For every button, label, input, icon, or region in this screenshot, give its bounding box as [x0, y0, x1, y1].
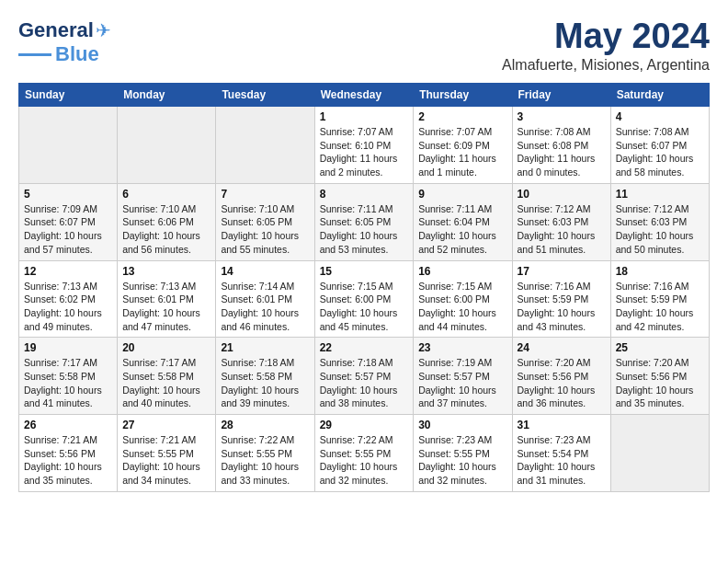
day-info: Sunrise: 7:22 AM Sunset: 5:55 PM Dayligh…	[320, 433, 409, 488]
table-row: 28Sunrise: 7:22 AM Sunset: 5:55 PM Dayli…	[216, 415, 314, 492]
table-row: 29Sunrise: 7:22 AM Sunset: 5:55 PM Dayli…	[314, 415, 414, 492]
table-row: 2Sunrise: 7:07 AM Sunset: 6:09 PM Daylig…	[414, 107, 512, 184]
day-number: 9	[418, 188, 506, 201]
day-info: Sunrise: 7:13 AM Sunset: 6:01 PM Dayligh…	[122, 280, 210, 334]
col-monday: Monday	[118, 84, 216, 107]
day-number: 8	[320, 188, 409, 201]
day-number: 1	[320, 110, 409, 123]
calendar-header-row: Sunday Monday Tuesday Wednesday Thursday…	[19, 84, 710, 107]
calendar-week-row: 1Sunrise: 7:07 AM Sunset: 6:10 PM Daylig…	[19, 107, 710, 184]
table-row: 10Sunrise: 7:12 AM Sunset: 6:03 PM Dayli…	[512, 183, 610, 260]
table-row: 3Sunrise: 7:08 AM Sunset: 6:08 PM Daylig…	[512, 107, 610, 184]
day-info: Sunrise: 7:23 AM Sunset: 5:55 PM Dayligh…	[418, 433, 506, 488]
day-number: 28	[221, 419, 309, 431]
day-info: Sunrise: 7:17 AM Sunset: 5:58 PM Dayligh…	[24, 356, 112, 410]
day-number: 14	[221, 265, 309, 278]
day-number: 30	[418, 419, 506, 431]
table-row: 30Sunrise: 7:23 AM Sunset: 5:55 PM Dayli…	[414, 415, 512, 492]
table-row: 12Sunrise: 7:13 AM Sunset: 6:02 PM Dayli…	[19, 260, 118, 338]
day-info: Sunrise: 7:20 AM Sunset: 5:56 PM Dayligh…	[518, 356, 606, 410]
table-row: 18Sunrise: 7:16 AM Sunset: 5:59 PM Dayli…	[610, 260, 709, 338]
calendar-week-row: 5Sunrise: 7:09 AM Sunset: 6:07 PM Daylig…	[19, 183, 710, 260]
day-number: 5	[24, 188, 112, 201]
logo-bird-icon: ✈	[96, 19, 111, 41]
day-number: 11	[616, 188, 704, 201]
table-row: 11Sunrise: 7:12 AM Sunset: 6:03 PM Dayli…	[610, 183, 709, 260]
day-info: Sunrise: 7:22 AM Sunset: 5:55 PM Dayligh…	[221, 433, 309, 488]
day-number: 15	[320, 265, 409, 278]
day-info: Sunrise: 7:13 AM Sunset: 6:02 PM Dayligh…	[24, 280, 112, 334]
day-info: Sunrise: 7:09 AM Sunset: 6:07 PM Dayligh…	[24, 202, 112, 257]
col-saturday: Saturday	[610, 84, 709, 107]
day-info: Sunrise: 7:18 AM Sunset: 5:58 PM Dayligh…	[221, 356, 309, 410]
day-number: 4	[616, 110, 704, 123]
col-friday: Friday	[512, 84, 610, 107]
day-number: 13	[122, 265, 210, 278]
day-number: 16	[418, 265, 506, 278]
day-number: 10	[518, 188, 606, 201]
day-number: 17	[518, 265, 606, 278]
calendar-week-row: 26Sunrise: 7:21 AM Sunset: 5:56 PM Dayli…	[19, 415, 710, 492]
day-info: Sunrise: 7:10 AM Sunset: 6:05 PM Dayligh…	[221, 202, 309, 257]
calendar-week-row: 19Sunrise: 7:17 AM Sunset: 5:58 PM Dayli…	[19, 338, 710, 415]
table-row: 27Sunrise: 7:21 AM Sunset: 5:55 PM Dayli…	[118, 415, 216, 492]
table-row: 21Sunrise: 7:18 AM Sunset: 5:58 PM Dayli…	[216, 338, 314, 415]
day-info: Sunrise: 7:14 AM Sunset: 6:01 PM Dayligh…	[221, 280, 309, 334]
day-info: Sunrise: 7:17 AM Sunset: 5:58 PM Dayligh…	[122, 356, 210, 410]
table-row: 13Sunrise: 7:13 AM Sunset: 6:01 PM Dayli…	[118, 260, 216, 338]
day-info: Sunrise: 7:19 AM Sunset: 5:57 PM Dayligh…	[418, 356, 506, 410]
day-info: Sunrise: 7:11 AM Sunset: 6:04 PM Dayligh…	[418, 202, 506, 257]
day-info: Sunrise: 7:12 AM Sunset: 6:03 PM Dayligh…	[518, 202, 606, 257]
table-row: 23Sunrise: 7:19 AM Sunset: 5:57 PM Dayli…	[414, 338, 512, 415]
day-number: 19	[24, 341, 112, 354]
table-row: 6Sunrise: 7:10 AM Sunset: 6:06 PM Daylig…	[118, 183, 216, 260]
logo-blue-text: Blue	[55, 42, 99, 66]
day-info: Sunrise: 7:16 AM Sunset: 5:59 PM Dayligh…	[518, 280, 606, 334]
table-row: 31Sunrise: 7:23 AM Sunset: 5:54 PM Dayli…	[512, 415, 610, 492]
day-info: Sunrise: 7:10 AM Sunset: 6:06 PM Dayligh…	[122, 202, 210, 257]
day-info: Sunrise: 7:07 AM Sunset: 6:10 PM Dayligh…	[320, 125, 409, 179]
day-info: Sunrise: 7:23 AM Sunset: 5:54 PM Dayligh…	[518, 433, 606, 488]
table-row: 8Sunrise: 7:11 AM Sunset: 6:05 PM Daylig…	[314, 183, 414, 260]
title-area: May 2024 Almafuerte, Misiones, Argentina	[502, 18, 710, 74]
day-info: Sunrise: 7:21 AM Sunset: 5:56 PM Dayligh…	[24, 433, 112, 488]
day-number: 26	[24, 419, 112, 431]
table-row: 7Sunrise: 7:10 AM Sunset: 6:05 PM Daylig…	[216, 183, 314, 260]
day-number: 25	[616, 341, 704, 354]
table-row	[19, 107, 118, 184]
col-thursday: Thursday	[414, 84, 512, 107]
table-row: 17Sunrise: 7:16 AM Sunset: 5:59 PM Dayli…	[512, 260, 610, 338]
table-row: 16Sunrise: 7:15 AM Sunset: 6:00 PM Dayli…	[414, 260, 512, 338]
day-number: 18	[616, 265, 704, 278]
day-number: 23	[418, 341, 506, 354]
table-row: 26Sunrise: 7:21 AM Sunset: 5:56 PM Dayli…	[19, 415, 118, 492]
day-info: Sunrise: 7:20 AM Sunset: 5:56 PM Dayligh…	[616, 356, 704, 410]
table-row: 22Sunrise: 7:18 AM Sunset: 5:57 PM Dayli…	[314, 338, 414, 415]
day-info: Sunrise: 7:12 AM Sunset: 6:03 PM Dayligh…	[616, 202, 704, 257]
day-number: 31	[518, 419, 606, 431]
day-info: Sunrise: 7:08 AM Sunset: 6:08 PM Dayligh…	[518, 125, 606, 179]
col-sunday: Sunday	[19, 84, 118, 107]
calendar-table: Sunday Monday Tuesday Wednesday Thursday…	[18, 83, 710, 492]
day-info: Sunrise: 7:15 AM Sunset: 6:00 PM Dayligh…	[418, 280, 506, 334]
table-row: 1Sunrise: 7:07 AM Sunset: 6:10 PM Daylig…	[314, 107, 414, 184]
day-info: Sunrise: 7:08 AM Sunset: 6:07 PM Dayligh…	[616, 125, 704, 179]
table-row: 25Sunrise: 7:20 AM Sunset: 5:56 PM Dayli…	[610, 338, 709, 415]
col-tuesday: Tuesday	[216, 84, 314, 107]
calendar-title: May 2024	[502, 18, 710, 53]
day-number: 27	[122, 419, 210, 431]
day-info: Sunrise: 7:21 AM Sunset: 5:55 PM Dayligh…	[122, 433, 210, 488]
table-row: 20Sunrise: 7:17 AM Sunset: 5:58 PM Dayli…	[118, 338, 216, 415]
day-number: 24	[518, 341, 606, 354]
table-row	[118, 107, 216, 184]
table-row: 15Sunrise: 7:15 AM Sunset: 6:00 PM Dayli…	[314, 260, 414, 338]
header: General ✈ Blue May 2024 Almafuerte, Misi…	[18, 18, 710, 74]
calendar-subtitle: Almafuerte, Misiones, Argentina	[502, 57, 710, 74]
day-number: 22	[320, 341, 409, 354]
table-row: 5Sunrise: 7:09 AM Sunset: 6:07 PM Daylig…	[19, 183, 118, 260]
day-info: Sunrise: 7:16 AM Sunset: 5:59 PM Dayligh…	[616, 280, 704, 334]
table-row: 19Sunrise: 7:17 AM Sunset: 5:58 PM Dayli…	[19, 338, 118, 415]
table-row	[216, 107, 314, 184]
day-info: Sunrise: 7:11 AM Sunset: 6:05 PM Dayligh…	[320, 202, 409, 257]
day-number: 21	[221, 341, 309, 354]
